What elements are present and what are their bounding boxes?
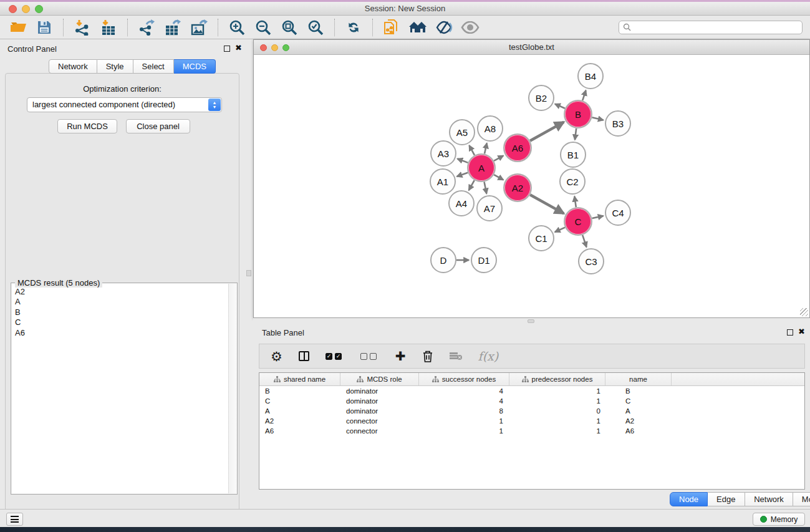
refresh-icon[interactable] [344,18,363,37]
result-list-item[interactable]: A6 [12,328,228,338]
network-window-titlebar[interactable]: testGlobe.txt [254,40,809,55]
cell[interactable]: 4 [419,397,509,405]
edge-A-A1[interactable] [457,173,468,177]
edge-C-C3[interactable] [582,235,586,247]
edge-A-A2[interactable] [494,175,503,180]
close-panel-button[interactable]: Close panel [126,119,190,133]
splitter-handle[interactable] [246,270,251,276]
column-header-name[interactable]: name [605,373,672,385]
node-B2[interactable]: B2 [528,85,554,111]
cell[interactable]: A [259,407,340,415]
edge-B-B4[interactable] [582,90,586,100]
node-D[interactable]: D [430,247,456,273]
edge-A-A3[interactable] [457,158,468,162]
table-row-B[interactable]: Bdominator41B [259,386,804,396]
edge-A-A4[interactable] [469,180,475,190]
add-column-icon[interactable]: ✚ [395,350,406,362]
minimize-window-button[interactable] [22,5,30,13]
window-resize-grip[interactable] [800,308,808,316]
close-table-panel-icon[interactable]: ✖ [798,327,805,336]
column-header-mcds-role[interactable]: MCDS role [340,373,419,385]
table-row-C[interactable]: Cdominator41C [259,396,804,406]
node-C1[interactable]: C1 [528,225,554,251]
node-C4[interactable]: C4 [605,200,631,226]
column-header-predecessor-nodes[interactable]: predecessor nodes [509,373,605,385]
run-mcds-button[interactable]: Run MCDS [57,119,117,133]
edge-B-B2[interactable] [555,104,565,109]
close-window-button[interactable] [9,5,17,13]
save-session-icon[interactable] [35,18,54,37]
fullscreen-window-button[interactable] [35,5,43,13]
node-A8[interactable]: A8 [477,115,503,142]
select-all-checkboxes-icon[interactable] [325,353,344,360]
node-A1[interactable]: A1 [430,168,456,195]
search-input[interactable] [619,21,803,34]
node-A[interactable]: A [467,153,496,182]
node-A2[interactable]: A2 [503,173,532,202]
close-panel-icon[interactable]: ✖ [235,43,242,52]
cell[interactable]: 0 [509,407,605,415]
column-header-successor-nodes[interactable]: successor nodes [419,373,509,385]
result-list-scrollbar[interactable] [228,284,236,493]
tab-motifs[interactable]: Motifs [793,492,810,506]
cell[interactable]: 4 [419,387,509,395]
tab-network[interactable]: Network [49,59,97,74]
edge-A-A5[interactable] [469,145,475,155]
show-eye-icon[interactable] [461,18,480,37]
node-C3[interactable]: C3 [578,248,604,274]
node-D1[interactable]: D1 [471,247,497,273]
cell[interactable]: 1 [419,427,509,435]
node-C2[interactable]: C2 [559,168,586,195]
node-B3[interactable]: B3 [605,110,631,137]
cell[interactable]: A6 [605,427,672,435]
delete-column-icon[interactable] [422,350,433,363]
show-panels-list-button[interactable] [6,513,23,526]
cell[interactable]: connector [340,417,419,425]
optimization-criterion-select[interactable]: largest connected component (directed) ▲… [27,97,222,112]
maximize-network-window-button[interactable] [282,44,289,51]
column-header-shared-name[interactable]: shared name [259,373,340,385]
close-network-window-button[interactable] [260,44,267,51]
cell[interactable]: 1 [419,417,509,425]
cell[interactable]: 1 [509,387,605,395]
export-table-icon[interactable] [163,18,182,37]
edge-C-C2[interactable] [574,196,576,207]
zoom-fit-icon[interactable] [280,18,299,37]
splitter-handle[interactable] [528,319,534,323]
cell[interactable]: 1 [509,427,605,435]
tab-node-table[interactable]: Node Table [670,492,708,506]
tab-style[interactable]: Style [97,59,133,74]
cell[interactable]: 1 [509,397,605,405]
network-canvas[interactable]: B4B2BB3A8A5A6A3B1AA1C2A2A4A7C4CC1DD1C3 [254,55,809,317]
table-row-A6[interactable]: A6connector11A6 [259,426,804,436]
result-list-item[interactable]: A2 [12,287,228,297]
cell[interactable]: A2 [605,417,672,425]
cell[interactable]: dominator [340,397,419,405]
edge-B-B1[interactable] [575,128,576,140]
copy-network-icon[interactable] [382,18,401,37]
unselect-all-checkboxes-icon[interactable] [360,353,379,360]
zoom-selected-icon[interactable] [306,18,325,37]
float-panel-icon[interactable] [224,46,230,52]
edge-A6-B[interactable] [530,122,564,141]
node-A7[interactable]: A7 [476,195,503,221]
cell[interactable]: 1 [509,417,605,425]
memory-button[interactable]: Memory [753,513,805,526]
cell[interactable]: dominator [340,407,419,415]
horizontal-splitter[interactable] [253,318,810,324]
result-list-item[interactable]: A [12,297,228,307]
float-table-panel-icon[interactable] [787,329,793,336]
edge-A2-C[interactable] [530,195,564,213]
node-C[interactable]: C [564,207,592,236]
export-image-icon[interactable] [190,18,208,37]
zoom-in-icon[interactable] [228,18,246,37]
cell[interactable]: B [259,387,340,395]
tab-network-table[interactable]: Network Table [745,492,793,506]
tab-select[interactable]: Select [133,59,174,74]
node-B[interactable]: B [564,100,592,128]
import-table-icon[interactable] [99,18,118,37]
tab-mcds[interactable]: MCDS [174,59,216,74]
edge-A-A6[interactable] [494,156,503,161]
cell[interactable]: A [605,407,672,415]
node-B4[interactable]: B4 [577,63,604,89]
